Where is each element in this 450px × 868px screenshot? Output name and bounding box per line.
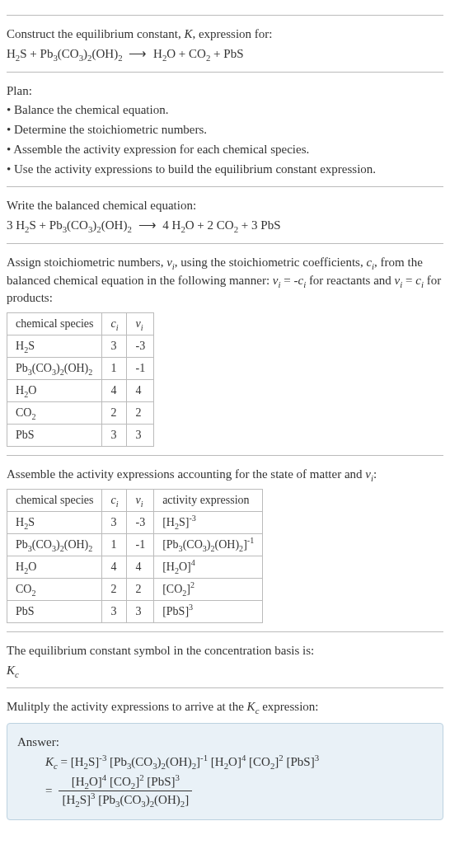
species-cell: H2O: [7, 556, 102, 578]
activity-cell: [PbS]3: [154, 600, 263, 622]
col-ci: ci: [102, 313, 127, 335]
assign-section: Assign stoichiometric numbers, νi, using…: [7, 243, 443, 447]
species-cell: PbS: [7, 600, 102, 622]
vi-cell: -3: [127, 335, 154, 358]
ci-cell: 4: [102, 556, 127, 578]
fraction-denominator: [H2S]3 [Pb3(CO3)2(OH)2]: [59, 791, 192, 809]
assign-text: Assign stoichiometric numbers, νi, using…: [7, 254, 443, 307]
activity-cell: [H2S]-3: [154, 511, 263, 533]
answer-box: Answer: Kc = [H2S]-3 [Pb3(CO3)2(OH)2]-1 …: [7, 723, 443, 820]
answer-fraction: [H2O]4 [CO2]2 [PbS]3 [H2S]3 [Pb3(CO3)2(O…: [59, 773, 192, 810]
ci-cell: 3: [102, 600, 127, 622]
activity-cell: [Pb3(CO3)2(OH)2]-1: [154, 533, 263, 556]
ci-cell: 3: [102, 511, 127, 533]
answer-content: Kc = [H2S]-3 [Pb3(CO3)2(OH)2]-1 [H2O]4 […: [17, 753, 433, 809]
species-cell: H2S: [7, 335, 102, 358]
answer-label: Answer:: [17, 734, 433, 752]
header-text: Construct the equilibrium constant, K, e…: [7, 26, 443, 44]
multiply-section: Mulitply the activity expressions to arr…: [7, 687, 443, 820]
table-row: CO2 2 2 [CO2]2: [7, 578, 263, 600]
table-row: H2S 3 -3: [7, 335, 154, 358]
table-row: Pb3(CO3)2(OH)2 1 -1: [7, 358, 154, 380]
fraction-numerator: [H2O]4 [CO2]2 [PbS]3: [59, 773, 192, 792]
species-cell: CO2: [7, 578, 102, 600]
plan-item: • Assemble the activity expression for e…: [7, 141, 443, 159]
col-species: chemical species: [7, 489, 102, 511]
table-row: H2S 3 -3 [H2S]-3: [7, 511, 263, 533]
vi-cell: -3: [127, 511, 154, 533]
ci-cell: 4: [102, 380, 127, 402]
vi-cell: 3: [127, 600, 154, 622]
activity-cell: [H2O]4: [154, 556, 263, 578]
vi-cell: 2: [127, 578, 154, 600]
species-cell: Pb3(CO3)2(OH)2: [7, 358, 102, 380]
ci-cell: 1: [102, 533, 127, 556]
activity-section: Assemble the activity expressions accoun…: [7, 455, 443, 623]
species-cell: Pb3(CO3)2(OH)2: [7, 533, 102, 556]
vi-cell: 4: [127, 556, 154, 578]
table-row: H2O 4 4: [7, 380, 154, 402]
col-vi: νi: [127, 489, 154, 511]
vi-cell: 3: [127, 425, 154, 447]
balanced-section: Write the balanced chemical equation: 3 …: [7, 186, 443, 235]
species-cell: H2S: [7, 511, 102, 533]
plan-item: • Use the activity expressions to build …: [7, 161, 443, 179]
table-row: CO2 2 2: [7, 402, 154, 425]
table-row: H2O 4 4 [H2O]4: [7, 556, 263, 578]
vi-cell: 2: [127, 402, 154, 425]
col-vi: νi: [127, 313, 154, 335]
vi-cell: -1: [127, 533, 154, 556]
balanced-title: Write the balanced chemical equation:: [7, 197, 443, 215]
table-header-row: chemical species ci νi: [7, 313, 154, 335]
activity-title: Assemble the activity expressions accoun…: [7, 466, 443, 484]
table-row: PbS 3 3: [7, 425, 154, 447]
species-cell: H2O: [7, 380, 102, 402]
table-header-row: chemical species ci νi activity expressi…: [7, 489, 263, 511]
ci-cell: 1: [102, 358, 127, 380]
ci-cell: 3: [102, 425, 127, 447]
symbol-section: The equilibrium constant symbol in the c…: [7, 631, 443, 680]
answer-line1: Kc = [H2S]-3 [Pb3(CO3)2(OH)2]-1 [H2O]4 […: [45, 753, 433, 772]
balanced-equation: 3 H2S + Pb3(CO3)2(OH)2 ⟶ 4 H2O + 2 CO2 +…: [7, 217, 443, 235]
table-row: Pb3(CO3)2(OH)2 1 -1 [Pb3(CO3)2(OH)2]-1: [7, 533, 263, 556]
plan-section: Plan: • Balance the chemical equation. •…: [7, 72, 443, 179]
ci-cell: 3: [102, 335, 127, 358]
species-cell: CO2: [7, 402, 102, 425]
species-cell: PbS: [7, 425, 102, 447]
header-equation: H2S + Pb3(CO3)2(OH)2 ⟶ H2O + CO2 + PbS: [7, 45, 443, 63]
symbol-title: The equilibrium constant symbol in the c…: [7, 642, 443, 660]
vi-cell: 4: [127, 380, 154, 402]
col-ci: ci: [102, 489, 127, 511]
col-species: chemical species: [7, 313, 102, 335]
ci-cell: 2: [102, 578, 127, 600]
col-activity: activity expression: [154, 489, 263, 511]
table-row: PbS 3 3 [PbS]3: [7, 600, 263, 622]
activity-table: chemical species ci νi activity expressi…: [7, 489, 263, 623]
ci-cell: 2: [102, 402, 127, 425]
plan-title: Plan:: [7, 82, 443, 101]
answer-line2: = [H2O]4 [CO2]2 [PbS]3 [H2S]3 [Pb3(CO3)2…: [45, 773, 433, 810]
symbol-value: Kc: [7, 662, 443, 680]
multiply-title: Mulitply the activity expressions to arr…: [7, 698, 443, 716]
vi-cell: -1: [127, 358, 154, 380]
stoich-table: chemical species ci νi H2S 3 -3 Pb3(CO3)…: [7, 312, 154, 447]
header-section: Construct the equilibrium constant, K, e…: [7, 15, 443, 63]
activity-cell: [CO2]2: [154, 578, 263, 600]
plan-item: • Balance the chemical equation.: [7, 101, 443, 120]
plan-item: • Determine the stoichiometric numbers.: [7, 121, 443, 139]
